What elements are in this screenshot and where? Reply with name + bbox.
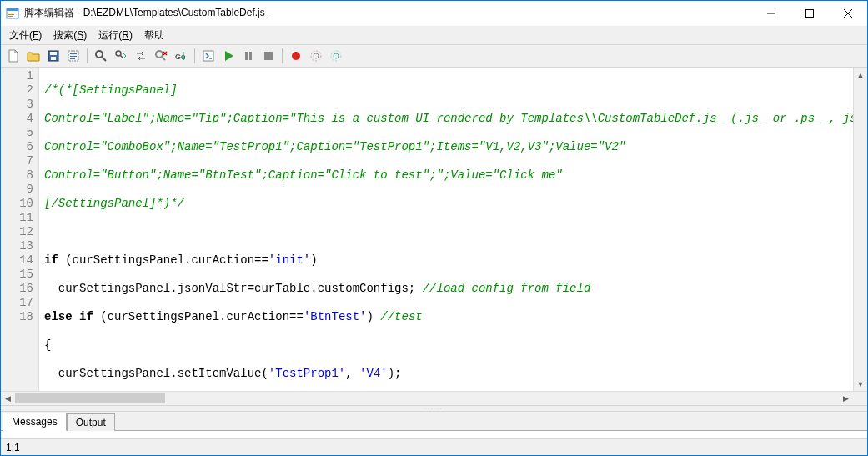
toolbar-separator [87,48,88,63]
svg-rect-27 [249,52,252,60]
scroll-left-icon[interactable]: ◀ [1,394,15,403]
scroll-right-icon[interactable]: ▶ [839,394,853,403]
toolbar-separator [282,48,283,63]
scrollbar-thumb[interactable] [15,393,165,403]
toolbar-separator [194,48,195,63]
save-button[interactable] [44,47,63,65]
code-editor[interactable]: /*(*[SettingsPanel] Control="Label";Name… [39,68,853,391]
goto-line-button[interactable]: Go [172,47,190,65]
select-all-button[interactable] [64,47,83,65]
svg-rect-10 [50,52,57,55]
tab-messages[interactable]: Messages [3,413,67,431]
svg-point-20 [156,51,163,58]
titlebar: 脚本编辑器 - D:\EZDML\Templates\CustomTableDe… [1,1,867,26]
pause-button[interactable] [239,47,258,65]
app-icon [6,7,19,20]
svg-rect-14 [70,56,77,57]
svg-rect-6 [806,9,814,17]
svg-line-17 [102,57,106,61]
scrollbar-track[interactable] [15,392,839,405]
open-file-button[interactable] [24,47,43,65]
vertical-scrollbar[interactable]: ▲ ▼ [853,68,867,391]
scroll-up-icon[interactable]: ▲ [854,68,867,82]
svg-point-33 [331,51,341,61]
tab-output[interactable]: Output [67,413,115,431]
svg-point-31 [311,51,321,61]
run-button[interactable] [219,47,238,65]
clear-marks-button[interactable] [152,47,170,65]
minimize-button[interactable] [752,1,790,25]
line-gutter: 1 2 3 4 5 6 7 8 9 10 11 12 13 14 15 16 1… [1,68,39,391]
editor-area: 1 2 3 4 5 6 7 8 9 10 11 12 13 14 15 16 1… [1,68,867,405]
window-title: 脚本编辑器 - D:\EZDML\Templates\CustomTableDe… [24,6,752,20]
svg-rect-26 [245,52,248,60]
menu-run[interactable]: 运行(R) [93,27,138,44]
replace-button[interactable] [132,47,150,65]
svg-rect-4 [8,16,13,17]
svg-line-19 [120,55,123,58]
settings-button[interactable] [327,47,345,65]
toolbar: Go [1,44,867,68]
menu-search[interactable]: 搜索(S) [48,27,92,44]
stop-button[interactable] [259,47,278,65]
svg-point-16 [96,51,103,58]
bottom-tabs: Messages Output [1,412,867,430]
svg-rect-28 [264,52,273,60]
bottom-panel: Messages Output [1,412,867,438]
horizontal-splitter[interactable]: ······ [1,405,867,412]
svg-rect-1 [7,8,18,11]
messages-pane [1,430,867,438]
svg-rect-15 [70,58,75,59]
svg-point-32 [334,53,339,58]
breakpoint-button[interactable] [287,47,305,65]
svg-point-29 [292,52,300,60]
close-button[interactable] [829,1,867,25]
menubar: 文件(F) 搜索(S) 运行(R) 帮助 [1,26,867,44]
menu-help[interactable]: 帮助 [139,27,169,44]
app-window: 脚本编辑器 - D:\EZDML\Templates\CustomTableDe… [0,0,868,456]
svg-rect-13 [70,53,77,54]
statusbar: 1:1 [1,438,867,455]
svg-line-21 [162,57,165,60]
cursor-position: 1:1 [6,442,20,453]
svg-point-30 [314,53,319,58]
scroll-down-icon[interactable]: ▼ [854,377,867,391]
compile-button[interactable] [199,47,218,65]
window-controls [752,1,867,25]
find-button[interactable] [92,47,110,65]
maximize-button[interactable] [790,1,829,25]
menu-file[interactable]: 文件(F) [4,27,47,44]
options-button[interactable] [307,47,325,65]
svg-rect-2 [8,13,12,13]
svg-rect-11 [51,57,56,60]
find-next-button[interactable] [112,47,130,65]
new-file-button[interactable] [4,47,23,65]
svg-rect-3 [8,14,14,15]
editor-viewport: 1 2 3 4 5 6 7 8 9 10 11 12 13 14 15 16 1… [1,68,867,391]
horizontal-scrollbar[interactable]: ◀ ▶ [1,391,867,405]
